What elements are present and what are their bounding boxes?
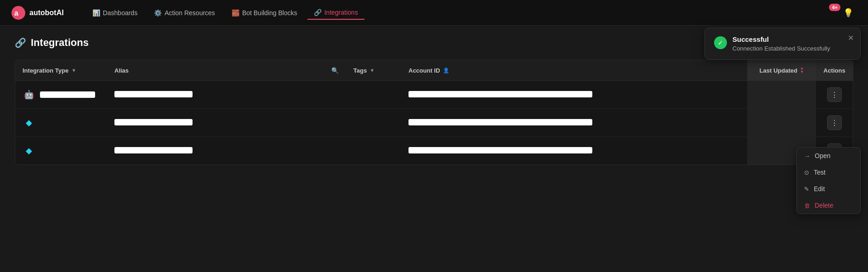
- cell-tags-2: [346, 109, 401, 137]
- account-id-3-redacted: [408, 147, 592, 153]
- alias-2-redacted: [114, 119, 193, 125]
- cell-account-id-2: [401, 109, 747, 137]
- logo-text: autobotAI: [29, 9, 64, 17]
- logo[interactable]: a autobotAI: [11, 6, 64, 20]
- bot-building-blocks-icon: 🧱: [232, 9, 239, 17]
- page-title: Integrations: [31, 37, 89, 49]
- col-header-actions: Actions: [816, 60, 853, 81]
- account-id-2-redacted: [408, 119, 592, 125]
- integrations-table: Integration Type ▼ Alias 🔍 Tags ▼: [15, 60, 853, 164]
- nav-item-dashboards[interactable]: 📊 Dashboards: [86, 6, 144, 19]
- row-actions-dropdown: → Open ⊙ Test ✎ Edit 🗑 Delete: [796, 147, 861, 214]
- bell-icon[interactable]: 💡: [840, 6, 857, 20]
- integration-name-1-redacted: [40, 91, 95, 98]
- account-id-filter-icon[interactable]: 👤: [443, 68, 449, 74]
- table-row: 🤖 ⋮: [15, 81, 853, 109]
- toast-close-button[interactable]: ✕: [848, 34, 854, 42]
- row-actions-button-2[interactable]: ⋮: [827, 115, 842, 130]
- integration-icon-2: ◆: [23, 116, 35, 129]
- cell-integration-type-2: ◆: [15, 109, 107, 137]
- navbar: a autobotAI 📊 Dashboards ⚙️ Action Resou…: [0, 0, 868, 26]
- integration-icon-3: ◆: [23, 144, 35, 157]
- cell-last-updated-1: [747, 81, 816, 109]
- cell-alias-1: [107, 81, 346, 109]
- table-row: ◆ ⋮: [15, 109, 853, 137]
- page-title-icon: 🔗: [15, 37, 26, 48]
- col-header-alias: Alias 🔍: [107, 60, 346, 81]
- cell-actions-2: ⋮: [816, 109, 853, 137]
- toast-message: Connection Established Successfully: [732, 45, 830, 52]
- last-updated-sort-icon[interactable]: ▲ ▼: [800, 67, 804, 74]
- nav-links: 📊 Dashboards ⚙️ Action Resources 🧱 Bot B…: [86, 6, 840, 20]
- integration-icon-1: 🤖: [23, 88, 35, 101]
- integrations-table-container: Integration Type ▼ Alias 🔍 Tags ▼: [15, 60, 853, 165]
- table-header-row: Integration Type ▼ Alias 🔍 Tags ▼: [15, 60, 853, 81]
- integration-type-filter-icon[interactable]: ▼: [71, 68, 76, 73]
- test-icon: ⊙: [804, 169, 809, 176]
- cell-integration-type-1: 🤖: [15, 81, 107, 109]
- nav-right: 4+ 💡: [840, 6, 857, 20]
- integrations-icon: 🔗: [314, 9, 322, 16]
- cell-account-id-3: [401, 137, 747, 165]
- account-id-1-redacted: [408, 91, 592, 97]
- dropdown-test[interactable]: ⊙ Test: [797, 164, 860, 181]
- cell-tags-1: [346, 81, 401, 109]
- cell-alias-2: [107, 109, 346, 137]
- dropdown-edit[interactable]: ✎ Edit: [797, 181, 860, 197]
- toast-notification: ✓ Successful Connection Established Succ…: [704, 28, 861, 60]
- alias-search-icon[interactable]: 🔍: [331, 67, 339, 74]
- cell-account-id-1: [401, 81, 747, 109]
- toast-content: Successful Connection Established Succes…: [732, 35, 830, 52]
- svg-point-0: [11, 6, 25, 20]
- logo-icon: a: [11, 6, 26, 20]
- cell-integration-type-3: ◆: [15, 137, 107, 165]
- col-header-integration-type: Integration Type ▼: [15, 60, 107, 81]
- col-header-last-updated[interactable]: Last Updated ▲ ▼: [747, 60, 816, 81]
- cell-actions-1: ⋮: [816, 81, 853, 109]
- alias-1-redacted: [114, 91, 193, 97]
- table-row: ◆ ⋮: [15, 137, 853, 165]
- cell-tags-3: [346, 137, 401, 165]
- action-resources-icon: ⚙️: [154, 9, 162, 17]
- dropdown-open[interactable]: → Open: [797, 147, 860, 164]
- cell-alias-3: [107, 137, 346, 165]
- alias-3-redacted: [114, 147, 193, 153]
- dashboards-icon: 📊: [92, 9, 100, 17]
- nav-item-action-resources[interactable]: ⚙️ Action Resources: [148, 6, 221, 19]
- cell-last-updated-2: [747, 109, 816, 137]
- edit-icon: ✎: [804, 186, 809, 193]
- tags-filter-icon[interactable]: ▼: [369, 68, 374, 73]
- notification-badge: 4+: [829, 4, 840, 11]
- delete-icon: 🗑: [804, 202, 810, 209]
- col-header-tags: Tags ▼: [346, 60, 401, 81]
- toast-success-icon: ✓: [714, 36, 727, 49]
- col-header-account-id: Account ID 👤: [401, 60, 747, 81]
- nav-item-integrations[interactable]: 🔗 Integrations: [307, 6, 364, 20]
- open-icon: →: [804, 153, 810, 159]
- dropdown-delete[interactable]: 🗑 Delete: [797, 197, 860, 214]
- row-actions-button-1[interactable]: ⋮: [827, 87, 842, 102]
- nav-item-bot-building-blocks[interactable]: 🧱 Bot Building Blocks: [225, 6, 304, 19]
- svg-text:a: a: [14, 9, 18, 17]
- toast-title: Successful: [732, 35, 830, 43]
